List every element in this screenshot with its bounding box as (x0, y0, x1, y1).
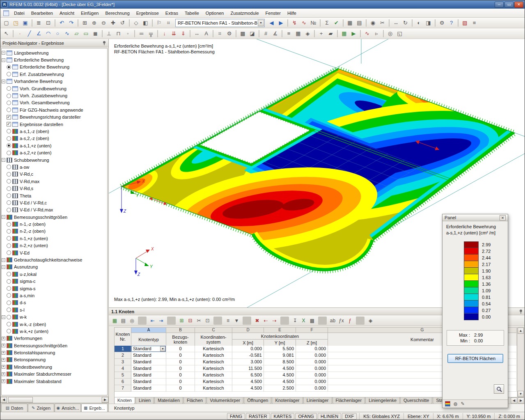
factors-icon[interactable]: ◍ (454, 401, 458, 406)
tree-item[interactable]: V-Rd,max (2, 178, 107, 185)
tree-option-control[interactable] (7, 122, 11, 126)
close-icon[interactable]: ✕ (500, 215, 506, 220)
table-vscrollbar[interactable]: ▲ ▼ (517, 327, 524, 397)
tree-expander-icon[interactable] (2, 215, 5, 219)
cell-z[interactable]: 0.000 (296, 359, 328, 365)
tree-option-control[interactable] (7, 115, 11, 119)
mesh-settings-icon[interactable]: ⚙ (225, 29, 234, 38)
table-tab[interactable]: Öffnungen (244, 397, 271, 404)
rotate-model-icon[interactable]: ↻ (401, 18, 410, 28)
cell-bezugsknoten[interactable]: 0 (166, 385, 195, 392)
toolbar-separator[interactable] (320, 19, 321, 27)
toolbar-separator[interactable] (458, 19, 459, 27)
tree-item[interactable]: V-Rd,c (2, 171, 107, 178)
calculate-all-icon[interactable]: ▶ (349, 29, 358, 38)
tree-expander-icon[interactable] (2, 258, 5, 262)
tree-item[interactable]: V-Ed (2, 249, 107, 256)
cell-z[interactable]: 0.000 (296, 372, 328, 379)
table-settings-icon[interactable]: ▩ (308, 317, 316, 325)
new-file-icon[interactable]: ▢ (2, 18, 11, 28)
navigator-tab[interactable]: ✎ Zeigen (28, 404, 54, 412)
cell-bezugsknoten[interactable]: 0 (166, 379, 195, 385)
remove-function-icon[interactable]: ƒ (346, 317, 354, 325)
tree-item[interactable]: Betonstahlspannung (2, 349, 107, 356)
scrollbar-track[interactable] (7, 397, 101, 403)
visibility-icon[interactable]: ◉ (368, 18, 378, 28)
snap-toggle[interactable]: RASTER (246, 413, 270, 420)
toolbar-separator[interactable] (190, 30, 190, 37)
cell-bezugsknoten[interactable]: 0 (166, 372, 195, 379)
tab-scroll-right-icon[interactable]: ▶ (518, 397, 524, 404)
table-readonly-icon[interactable]: ▤ (119, 317, 128, 325)
tree-option-control[interactable] (7, 236, 11, 241)
tree-item[interactable]: s-l (2, 306, 107, 313)
toolbar-separator[interactable] (282, 30, 282, 37)
zoom-in-icon[interactable]: ⊕ (89, 18, 99, 28)
menu-item[interactable]: Fenster (262, 9, 284, 17)
scroll-right-icon[interactable]: ▶ (102, 397, 108, 403)
menu-item[interactable]: Ergebnisse (133, 9, 162, 17)
tree-option-control[interactable] (7, 129, 11, 133)
table-tab[interactable]: Materialien (154, 397, 183, 404)
row-header[interactable]: 3 (115, 359, 131, 365)
cell-y[interactable]: 4.500 (264, 365, 296, 372)
insert-circle-icon[interactable]: ○ (53, 29, 62, 38)
tree-option-control[interactable] (7, 308, 11, 312)
tree-option-control[interactable] (7, 293, 11, 298)
close-button[interactable]: ✕ (514, 2, 523, 8)
cell-koordinatensystem[interactable]: Kartesisch (195, 352, 232, 359)
pan-view-icon[interactable]: ✚ (108, 18, 118, 28)
cell-koordinatensystem[interactable]: Kartesisch (195, 379, 232, 385)
toolbar-separator[interactable] (152, 19, 153, 27)
excel-export-icon[interactable]: X (299, 317, 308, 325)
tree-item[interactable]: n-1,+z (unten) (2, 235, 107, 242)
menu-item[interactable]: Einfügen (78, 9, 102, 17)
rf-beton-flaechen-button[interactable]: RF-BETON Flächen (447, 354, 503, 363)
tree-item[interactable]: u-z,lokal (2, 271, 107, 278)
select-pointer-icon[interactable]: ↖ (2, 29, 11, 38)
cell-z[interactable]: 0.000 (296, 352, 328, 359)
table-tab[interactable]: Flächen (183, 397, 206, 404)
zoom-window-icon[interactable]: ⊞ (80, 18, 89, 28)
tree-item[interactable]: n-1,-z (oben) (2, 220, 107, 227)
toolbar-separator[interactable] (167, 317, 176, 325)
cell-bezugsknoten[interactable]: 0 (166, 346, 195, 352)
previous-view-icon[interactable]: ↺ (118, 18, 127, 28)
cell-x[interactable]: -0.581 (232, 352, 264, 359)
show-loads-icon[interactable]: ↯ (290, 18, 299, 28)
maximize-button[interactable]: ▭ (504, 2, 514, 8)
tree-option-control[interactable] (7, 322, 11, 326)
row-header[interactable]: 4 (115, 365, 131, 372)
tree-item[interactable]: a-s,1,+z (unten) (2, 142, 107, 149)
tree-option-control[interactable] (7, 222, 11, 227)
color-scale-icon[interactable] (445, 401, 450, 406)
menu-item[interactable]: Ansicht (56, 9, 78, 17)
table-tab[interactable]: Querschnitte (400, 397, 432, 404)
table-tab[interactable]: Flächenlager (332, 397, 365, 404)
tree-item[interactable]: Vorhandene Bewehrung (2, 78, 107, 85)
row-header[interactable]: 7 (115, 385, 131, 392)
column-letter-f[interactable]: F (296, 328, 328, 333)
tree-item[interactable]: Ausnutzung (2, 264, 107, 271)
tree-item[interactable]: Ergebnisse darstellen (2, 121, 107, 128)
cell-knotentyp[interactable]: Standard (131, 352, 166, 359)
layers-icon[interactable]: ≡ (284, 29, 293, 38)
column-letter-c[interactable]: C (195, 328, 232, 333)
export-icon[interactable]: ⇢ (270, 317, 279, 325)
toolbar-separator[interactable] (314, 30, 315, 37)
redo-icon[interactable]: ↷ (66, 18, 76, 28)
navigator-tab[interactable]: ◉ Ansich... (55, 404, 81, 412)
dimension-icon[interactable]: ↔ (192, 29, 202, 38)
view-direction-icon[interactable]: ◧ (141, 18, 150, 28)
tree-expander-icon[interactable] (2, 344, 5, 347)
tree-item[interactable]: Erf. Zusatzbewehrung (2, 71, 107, 78)
toolbar-separator[interactable] (412, 19, 413, 27)
tree-item[interactable]: a-sw (2, 163, 107, 170)
cell-y[interactable]: 2.500 (264, 385, 296, 392)
cell-z[interactable]: 0.000 (296, 385, 328, 392)
tree-expander-icon[interactable] (2, 379, 5, 383)
member-icon[interactable]: ═ (137, 29, 146, 38)
toolbar-separator[interactable] (243, 317, 251, 325)
tree-option-control[interactable] (7, 250, 11, 255)
toolbar-separator[interactable] (213, 30, 213, 37)
